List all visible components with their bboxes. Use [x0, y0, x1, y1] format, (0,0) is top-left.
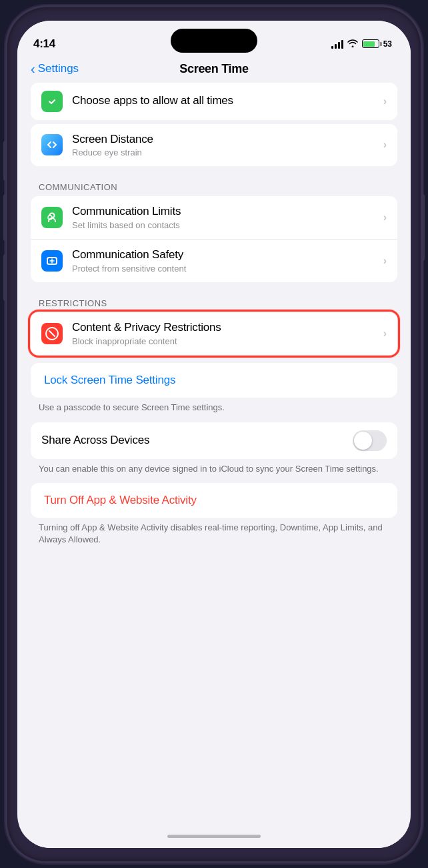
always-allowed-chevron: › — [383, 95, 387, 107]
share-across-devices-group: Share Across Devices — [31, 422, 397, 459]
lock-screen-time-row[interactable]: Lock Screen Time Settings — [31, 363, 397, 398]
share-across-caption: You can enable this on any device signed… — [17, 459, 411, 483]
volume-up-button[interactable] — [3, 194, 7, 241]
scroll-content: Choose apps to allow at all times › — [17, 83, 411, 825]
battery-icon: 53 — [362, 39, 392, 49]
signal-icon — [331, 39, 343, 49]
power-button[interactable] — [421, 194, 425, 261]
status-icons: 53 — [331, 39, 392, 49]
screen-distance-row[interactable]: Screen Distance Reduce eye strain › — [31, 124, 397, 167]
screen-distance-icon — [41, 134, 63, 155]
content-privacy-icon — [41, 323, 63, 344]
always-allowed-row[interactable]: Choose apps to allow at all times › — [31, 83, 397, 120]
share-across-devices-row[interactable]: Share Across Devices — [31, 422, 397, 459]
communication-limits-subtitle: Set limits based on contacts — [72, 220, 378, 232]
content-privacy-group: Content & Privacy Restrictions Block ina… — [31, 312, 397, 355]
share-across-devices-label: Share Across Devices — [41, 434, 353, 447]
communication-group: Communication Limits Set limits based on… — [31, 196, 397, 282]
battery-percent: 53 — [383, 39, 392, 49]
communication-section-label: Communication — [17, 174, 411, 196]
wifi-icon — [347, 39, 358, 49]
home-bar — [167, 835, 261, 838]
turn-off-activity-caption: Turning off App & Website Activity disab… — [17, 518, 411, 554]
back-chevron-icon: ‹ — [31, 62, 35, 75]
nav-bar: ‹ Settings Screen Time — [17, 57, 411, 83]
communication-safety-subtitle: Protect from sensitive content — [72, 264, 378, 275]
communication-limits-row[interactable]: Communication Limits Set limits based on… — [31, 196, 397, 239]
page-title: Screen Time — [179, 62, 248, 76]
status-time: 4:14 — [33, 37, 55, 51]
toggle-knob — [354, 432, 372, 450]
communication-limits-title: Communication Limits — [72, 204, 378, 219]
restrictions-section-label: Restrictions — [17, 290, 411, 312]
always-allowed-icon — [41, 91, 63, 112]
communication-limits-chevron: › — [383, 211, 387, 224]
turn-off-activity-label: Turn Off App & Website Activity — [44, 494, 197, 506]
back-button[interactable]: ‹ Settings — [31, 62, 79, 75]
communication-safety-icon — [41, 250, 63, 272]
lock-screen-caption: Use a passcode to secure Screen Time set… — [17, 398, 411, 422]
screen-distance-title: Screen Distance — [72, 132, 378, 147]
screen-distance-subtitle: Reduce eye strain — [72, 147, 378, 159]
share-across-devices-toggle[interactable] — [353, 430, 387, 451]
always-allowed-text: Choose apps to allow at all times — [72, 93, 378, 108]
communication-safety-chevron: › — [383, 255, 387, 267]
always-allowed-title: Choose apps to allow at all times — [72, 93, 378, 108]
content-privacy-row[interactable]: Content & Privacy Restrictions Block ina… — [31, 312, 397, 355]
content-privacy-text: Content & Privacy Restrictions Block ina… — [72, 320, 378, 347]
dynamic-island — [171, 29, 257, 53]
communication-safety-text: Communication Safety Protect from sensit… — [72, 248, 378, 274]
volume-down-button[interactable] — [3, 254, 7, 301]
communication-limits-text: Communication Limits Set limits based on… — [72, 204, 378, 231]
content-privacy-chevron: › — [383, 328, 387, 340]
communication-safety-title: Communication Safety — [72, 248, 378, 262]
svg-line-5 — [49, 331, 55, 336]
content-privacy-subtitle: Block inappropriate content — [72, 336, 378, 348]
screen-distance-group: Screen Distance Reduce eye strain › — [31, 124, 397, 167]
communication-limits-icon — [41, 207, 63, 228]
always-allowed-group: Choose apps to allow at all times › — [31, 83, 397, 120]
screen-distance-text: Screen Distance Reduce eye strain — [72, 132, 378, 159]
communication-safety-row[interactable]: Communication Safety Protect from sensit… — [31, 239, 397, 282]
svg-point-0 — [45, 95, 59, 108]
phone-frame: 4:14 — [7, 7, 421, 861]
turn-off-activity-row[interactable]: Turn Off App & Website Activity — [31, 483, 397, 518]
back-label: Settings — [38, 62, 79, 75]
lock-screen-time-label: Lock Screen Time Settings — [44, 374, 175, 386]
home-indicator — [17, 825, 411, 848]
content-privacy-title: Content & Privacy Restrictions — [72, 320, 378, 335]
phone-screen: 4:14 — [17, 21, 411, 848]
screen-distance-chevron: › — [383, 139, 387, 151]
